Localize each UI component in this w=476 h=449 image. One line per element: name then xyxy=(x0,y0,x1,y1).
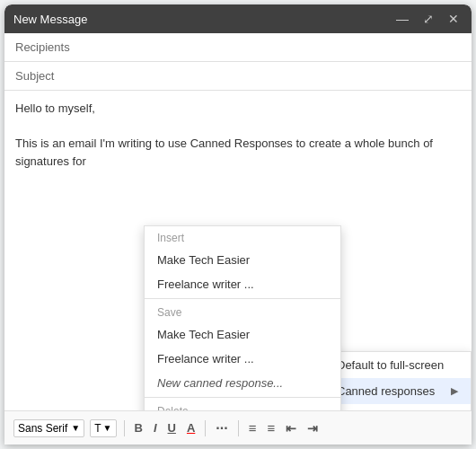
unordered-list-button[interactable]: ≡ xyxy=(246,418,260,437)
font-size-arrow-icon: ▼ xyxy=(103,423,112,433)
compose-body[interactable]: Hello to myself, This is an email I'm wr… xyxy=(4,91,472,410)
window-title: New Message xyxy=(13,13,87,26)
body-text: Hello to myself, This is an email I'm wr… xyxy=(15,100,461,170)
insert-label: Insert xyxy=(145,226,340,248)
menu-canned-responses[interactable]: Canned responses ▶ xyxy=(324,378,471,404)
body-line1: Hello to myself, xyxy=(15,100,461,118)
dropdown-divider-2 xyxy=(145,397,340,398)
toolbar-separator-1 xyxy=(124,420,125,436)
maximize-button[interactable]: ⤢ xyxy=(419,11,437,27)
save-item-1[interactable]: Make Tech Easier xyxy=(145,322,340,347)
canned-arrow-icon: ▶ xyxy=(451,385,458,397)
toolbar-separator-2 xyxy=(205,420,206,436)
menu-label[interactable]: Label ▶ xyxy=(324,404,471,410)
italic-button[interactable]: I xyxy=(151,419,160,436)
font-size-icon: T xyxy=(94,422,101,435)
canned-responses-dropdown: Insert Make Tech Easier Freelance writer… xyxy=(144,225,341,410)
toolbar-separator-3 xyxy=(238,420,239,436)
new-canned-response[interactable]: New canned response... xyxy=(145,371,340,395)
text-color-button[interactable]: A xyxy=(184,419,198,436)
ordered-list-button[interactable]: ≡ xyxy=(264,418,278,437)
font-size-dropdown[interactable]: T ▼ xyxy=(90,419,116,437)
formatting-toolbar: Sans Serif ▼ T ▼ B I U A ··· ≡ ≡ ⇤ ⇥ xyxy=(4,410,472,445)
dropdown-divider-1 xyxy=(145,298,340,299)
recipients-field[interactable]: Recipients xyxy=(4,33,472,62)
minimize-button[interactable]: — xyxy=(392,11,412,27)
title-bar: New Message — ⤢ ✕ xyxy=(4,4,472,33)
insert-item-2[interactable]: Freelance writer ... xyxy=(145,272,340,296)
menu-fullscreen-label: Default to full-screen xyxy=(337,358,444,372)
recipients-placeholder: Recipients xyxy=(15,40,70,54)
delete-label: Delete xyxy=(145,400,340,410)
subject-field[interactable]: Subject xyxy=(4,62,472,91)
close-button[interactable]: ✕ xyxy=(445,11,463,27)
subject-placeholder: Subject xyxy=(15,69,54,83)
indent-more-button[interactable]: ⇥ xyxy=(304,419,321,437)
menu-fullscreen[interactable]: Default to full-screen xyxy=(324,352,471,378)
insert-item-1[interactable]: Make Tech Easier xyxy=(145,248,340,272)
more-formatting-button[interactable]: ··· xyxy=(213,418,230,438)
menu-canned-label: Canned responses xyxy=(337,384,435,398)
body-line2: This is an email I'm writing to use Cann… xyxy=(15,135,461,170)
save-label: Save xyxy=(145,301,340,322)
font-family-value: Sans Serif xyxy=(18,422,67,435)
font-family-arrow-icon: ▼ xyxy=(71,423,80,433)
secondary-menu: Default to full-screen Canned responses … xyxy=(323,351,472,410)
underline-button[interactable]: U xyxy=(165,419,179,436)
indent-less-button[interactable]: ⇤ xyxy=(283,419,299,437)
compose-window: New Message — ⤢ ✕ Recipients Subject Hel… xyxy=(4,4,472,445)
bold-button[interactable]: B xyxy=(132,419,145,436)
font-family-dropdown[interactable]: Sans Serif ▼ xyxy=(13,419,84,437)
save-item-2[interactable]: Freelance writer ... xyxy=(145,347,340,371)
title-bar-controls: — ⤢ ✕ xyxy=(392,11,463,27)
